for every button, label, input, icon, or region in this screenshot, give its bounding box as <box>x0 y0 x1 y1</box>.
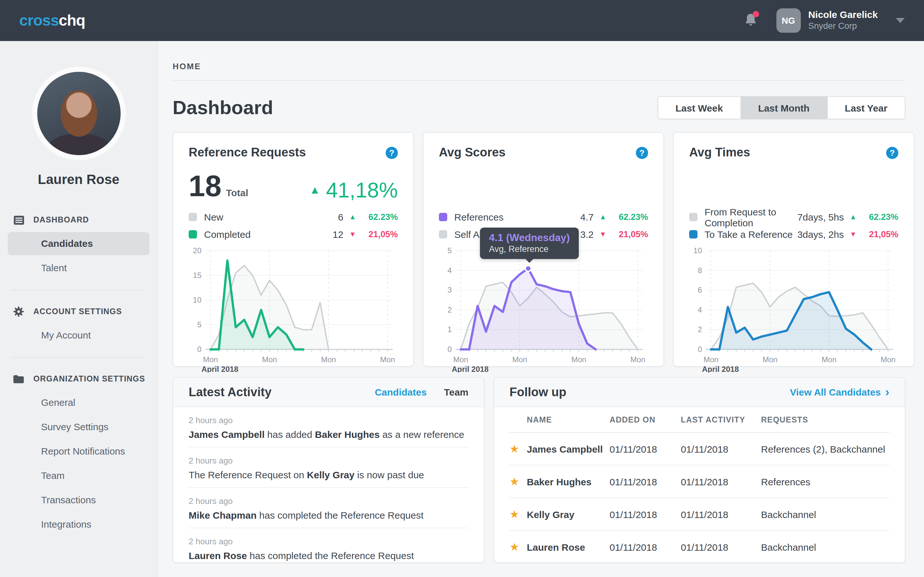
star-icon[interactable]: ★ <box>509 542 527 553</box>
viewport: crosschq NG Nicole Garelick Snyder Corp … <box>0 0 924 577</box>
sidebar-item-report-notifications[interactable]: Report Notifications <box>8 440 150 463</box>
sidebar-item-my-account[interactable]: My Account <box>8 324 150 347</box>
breadcrumb-row: HOME <box>173 41 905 81</box>
tab-candidates[interactable]: Candidates <box>375 387 427 398</box>
legend-value: 3.2 <box>580 229 594 240</box>
latest-activity-card: Latest Activity Candidates Team 2 hours … <box>173 377 485 563</box>
card-header: Latest Activity Candidates Team <box>173 378 484 407</box>
sidebar-item-survey-settings[interactable]: Survey Settings <box>8 416 150 438</box>
card-title: Avg Times <box>689 145 750 160</box>
notifications-button[interactable] <box>743 12 758 29</box>
follow-up-table: NAME ADDED ON LAST ACTIVITY REQUESTS ★ J… <box>494 407 905 563</box>
chevron-down-icon[interactable] <box>896 18 905 23</box>
profile-block: Lauren Rose <box>0 72 157 187</box>
star-icon[interactable]: ★ <box>509 509 527 520</box>
legend-percent: 21,05% <box>611 229 648 239</box>
svg-text:Mon: Mon <box>262 355 277 364</box>
sidebar-divider <box>11 290 145 290</box>
activity-timestamp: 2 hours ago <box>189 416 468 425</box>
link-label: View All Candidates <box>790 387 881 398</box>
legend-value: 3days, 2hs <box>797 229 844 240</box>
column-header-requests: REQUESTS <box>761 415 889 424</box>
requests-cell: References (2), Backchannel <box>761 443 889 454</box>
area-chart: 05101520MonMonMonMonApril 2018 <box>189 247 398 372</box>
logo-part-cross: cross <box>19 11 59 29</box>
down-triangle-icon: ▼ <box>349 231 356 238</box>
star-icon[interactable]: ★ <box>509 443 527 454</box>
view-all-candidates-link[interactable]: View All Candidates › <box>790 386 889 398</box>
down-triangle-icon: ▼ <box>850 231 857 238</box>
svg-text:Mon: Mon <box>822 355 837 364</box>
help-icon[interactable]: ? <box>636 147 648 159</box>
svg-text:1: 1 <box>447 325 452 334</box>
last-activity-cell: 01/11/2018 <box>681 509 761 520</box>
sidebar-item-transactions[interactable]: Transactions <box>8 488 150 512</box>
svg-text:2: 2 <box>447 306 452 314</box>
svg-text:Mon: Mon <box>572 355 586 364</box>
activity-entity-name: Baker Hughes <box>315 429 380 440</box>
table-row[interactable]: ★ Baker Hughes 01/11/2018 01/11/2018 Ref… <box>509 466 889 498</box>
sidebar-item-integrations[interactable]: Integrations <box>8 513 150 536</box>
tab-team[interactable]: Team <box>444 387 468 398</box>
breadcrumb[interactable]: HOME <box>173 61 201 71</box>
sidebar: Lauren Rose DASHBOARD Candidates Talent … <box>0 41 158 577</box>
self-assessment-swatch <box>439 230 447 239</box>
card-title: Latest Activity <box>189 385 271 399</box>
avg-times-card: Avg Times ? From Request to Completion 7… <box>673 132 914 367</box>
help-icon[interactable]: ? <box>886 147 898 159</box>
activity-text-fragment: has completed the Reference Request <box>257 510 423 521</box>
added-on-cell: 01/11/2018 <box>610 476 681 487</box>
nav-section-label: DASHBOARD <box>33 215 89 224</box>
chevron-right-icon: › <box>885 386 889 398</box>
nav-section-label: ACCOUNT SETTINGS <box>33 307 122 316</box>
activity-item: 2 hours agoThe Reference Request on Kell… <box>189 448 468 488</box>
help-icon[interactable]: ? <box>386 147 398 159</box>
new-swatch <box>189 213 197 221</box>
down-triangle-icon: ▼ <box>599 231 606 238</box>
requests-cell: Backchannel <box>761 509 889 520</box>
follow-up-card: Follow up View All Candidates › NAME ADD… <box>493 377 905 563</box>
legend: From Request to Completion 7days, 5hs ▲ … <box>689 208 898 243</box>
chart-tooltip: 4.1 (Wednesday) Avg, Reference <box>480 227 579 259</box>
svg-text:Mon: Mon <box>512 355 527 364</box>
legend-row-take-a-reference: To Take a Reference 3days, 2hs ▼ 21,05% <box>689 226 898 243</box>
user-avatar[interactable]: NG <box>776 8 800 33</box>
tooltip-title: 4.1 (Wednesday) <box>489 232 570 243</box>
activity-entity-name: James Campbell <box>189 429 265 440</box>
sidebar-item-candidates[interactable]: Candidates <box>8 232 150 255</box>
topbar: crosschq NG Nicole Garelick Snyder Corp <box>0 0 924 41</box>
avg-scores-chart: 4.1 (Wednesday) Avg, Reference 012345Mon… <box>439 247 648 375</box>
last-year-button[interactable]: Last Year <box>827 97 905 119</box>
svg-text:Mon: Mon <box>630 355 646 364</box>
legend: New 6 ▲ 62.23% Completed 12 ▼ 21,05% <box>189 208 398 243</box>
svg-text:5: 5 <box>197 320 202 329</box>
star-icon[interactable]: ★ <box>509 476 527 487</box>
table-row[interactable]: ★ Kelly Gray 01/11/2018 01/11/2018 Backc… <box>509 498 889 531</box>
user-meta[interactable]: Nicole Garelick Snyder Corp <box>808 9 878 32</box>
last-week-button[interactable]: Last Week <box>658 97 740 119</box>
svg-text:April 2018: April 2018 <box>452 365 489 372</box>
topbar-right: NG Nicole Garelick Snyder Corp <box>743 8 905 33</box>
legend-percent: 62.23% <box>360 212 398 222</box>
page-title: Dashboard <box>173 97 273 119</box>
last-activity-cell: 01/11/2018 <box>681 443 761 454</box>
table-row[interactable]: ★ James Campbell 01/11/2018 01/11/2018 R… <box>509 433 889 466</box>
nav-section-dashboard: DASHBOARD <box>0 209 157 231</box>
table-row[interactable]: ★ Lauren Rose 01/11/2018 01/11/2018 Back… <box>509 531 889 563</box>
svg-text:0: 0 <box>197 345 202 354</box>
sidebar-item-talent[interactable]: Talent <box>8 256 150 279</box>
activity-list: 2 hours agoJames Campbell has added Bake… <box>173 407 484 563</box>
gear-icon <box>13 306 24 318</box>
sidebar-item-team[interactable]: Team <box>8 464 150 487</box>
svg-text:10: 10 <box>693 247 702 255</box>
added-on-cell: 01/11/2018 <box>610 443 681 454</box>
svg-text:15: 15 <box>193 271 202 279</box>
last-month-button[interactable]: Last Month <box>740 97 827 119</box>
activity-timestamp: 2 hours ago <box>189 456 468 466</box>
sidebar-item-general[interactable]: General <box>8 391 150 414</box>
area-chart: 012345MonMonMonMonApril 2018 <box>439 247 648 372</box>
requests-cell: Backchannel <box>761 542 889 553</box>
crosschq-logo[interactable]: crosschq <box>19 11 85 29</box>
svg-text:3: 3 <box>447 285 452 294</box>
requests-cell: References <box>761 476 889 487</box>
